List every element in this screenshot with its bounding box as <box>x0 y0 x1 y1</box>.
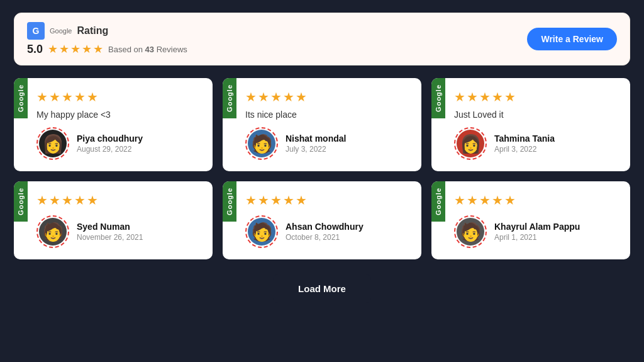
reviewer-date: April 1, 2021 <box>494 233 580 242</box>
star-icon: ★ <box>62 89 73 105</box>
reviewer-info: Piya choudhury August 29, 2022 <box>77 133 143 154</box>
star-2: ★ <box>59 42 69 56</box>
card-content: ★★★★★ 🧑 Ahsan Chowdhury October 8, 2021 <box>245 193 410 248</box>
card-content: ★★★★★ Its nice place 🧑 Nishat mondal Jul… <box>245 89 410 160</box>
rating-left: G Google Rating 5.0 ★ ★ ★ ★ ★ Based on 4… <box>27 22 187 56</box>
reviewer-date: April 3, 2022 <box>494 145 555 154</box>
reviewer-row: 🧑 Syed Numan November 26, 2021 <box>36 215 201 248</box>
star-icon: ★ <box>479 89 491 105</box>
google-g-letter: G <box>33 26 40 36</box>
star-icon: ★ <box>49 193 60 208</box>
star-icon: ★ <box>36 89 48 105</box>
star-icon: ★ <box>454 193 465 208</box>
reviewer-row: 🧑 Khayrul Alam Pappu April 1, 2021 <box>454 215 619 248</box>
star-icon: ★ <box>454 89 465 105</box>
star-icon: ★ <box>258 193 269 208</box>
header-stars: ★ ★ ★ ★ ★ <box>48 42 103 56</box>
rating-header: G Google Rating 5.0 ★ ★ ★ ★ ★ Based on 4… <box>14 13 630 65</box>
reviewer-info: Tahmina Tania April 3, 2022 <box>494 133 555 154</box>
reviewer-info: Nishat mondal July 3, 2022 <box>286 133 346 154</box>
avatar: 🧑 <box>457 218 484 246</box>
star-icon: ★ <box>296 193 307 208</box>
card-stars: ★★★★★ <box>245 89 410 105</box>
load-more-button[interactable]: Load More <box>273 274 371 303</box>
google-icon: G <box>27 22 45 40</box>
reviews-grid: Google ★★★★★ My happy place <3 👩 Piya ch… <box>14 78 630 259</box>
google-tag: Google <box>223 78 236 118</box>
rating-title-row: G Google Rating <box>27 22 187 40</box>
rating-title-text: Rating <box>77 25 108 37</box>
avatar-wrapper: 🧑 <box>454 215 487 248</box>
review-card: Google ★★★★★ Its nice place 🧑 Nishat mon… <box>223 78 421 171</box>
based-on-text: Based on 43 Reviews <box>108 45 187 54</box>
star-icon: ★ <box>492 89 503 105</box>
reviewer-row: 👩 Piya choudhury August 29, 2022 <box>36 127 201 160</box>
google-tag: Google <box>431 181 445 222</box>
review-card: Google ★★★★★ 🧑 Khayrul Alam Pappu April … <box>431 181 630 259</box>
star-icon: ★ <box>245 89 257 105</box>
star-icon: ★ <box>74 193 86 208</box>
reviewer-name: Khayrul Alam Pappu <box>494 222 580 232</box>
reviewer-date: August 29, 2022 <box>77 145 143 154</box>
card-stars: ★★★★★ <box>245 193 410 208</box>
star-icon: ★ <box>245 193 257 208</box>
avatar: 🧑 <box>39 218 67 246</box>
review-card: Google ★★★★★ 🧑 Ahsan Chowdhury October 8… <box>223 181 421 259</box>
review-text: Its nice place <box>245 110 410 120</box>
star-1: ★ <box>48 42 58 56</box>
rating-score: 5.0 <box>27 43 43 56</box>
star-icon: ★ <box>296 89 307 105</box>
avatar-wrapper: 🧑 <box>245 215 278 248</box>
star-4: ★ <box>82 42 92 56</box>
star-icon: ★ <box>283 193 294 208</box>
review-text: My happy place <3 <box>36 110 201 120</box>
star-icon: ★ <box>87 193 98 208</box>
avatar-wrapper: 👩 <box>36 127 69 160</box>
reviewer-name: Tahmina Tania <box>494 133 555 144</box>
reviewer-name: Nishat mondal <box>286 133 346 144</box>
google-tag: Google <box>14 78 28 118</box>
avatar: 🧑 <box>248 130 275 157</box>
reviewer-date: July 3, 2022 <box>286 145 346 154</box>
reviewer-info: Ahsan Chowdhury October 8, 2021 <box>286 222 364 242</box>
avatar: 🧑 <box>248 218 275 246</box>
star-icon: ★ <box>36 193 48 208</box>
review-text: Just Loved it <box>454 110 619 120</box>
card-stars: ★★★★★ <box>454 193 619 208</box>
google-tag: Google <box>431 78 445 118</box>
star-icon: ★ <box>479 193 491 208</box>
star-icon: ★ <box>504 193 516 208</box>
reviewer-date: November 26, 2021 <box>77 233 143 242</box>
star-icon: ★ <box>467 193 478 208</box>
google-tag: Google <box>223 181 236 222</box>
reviewer-info: Syed Numan November 26, 2021 <box>77 222 143 242</box>
avatar-wrapper: 🧑 <box>36 215 69 248</box>
star-icon: ★ <box>492 193 503 208</box>
reviewer-row: 🧑 Ahsan Chowdhury October 8, 2021 <box>245 215 410 248</box>
reviewer-date: October 8, 2021 <box>286 233 364 242</box>
avatar: 👩 <box>457 130 484 157</box>
review-card: Google ★★★★★ Just Loved it 👩 Tahmina Tan… <box>431 78 630 171</box>
reviewer-name: Piya choudhury <box>77 133 143 144</box>
write-review-button[interactable]: Write a Review <box>527 28 617 50</box>
card-content: ★★★★★ Just Loved it 👩 Tahmina Tania Apri… <box>454 89 619 160</box>
review-card: Google ★★★★★ My happy place <3 👩 Piya ch… <box>14 78 213 171</box>
reviewer-name: Ahsan Chowdhury <box>286 222 364 232</box>
avatar: 👩 <box>39 130 67 157</box>
star-icon: ★ <box>504 89 516 105</box>
avatar-wrapper: 🧑 <box>245 127 278 160</box>
star-3: ★ <box>70 42 80 56</box>
card-stars: ★★★★★ <box>454 89 619 105</box>
review-card: Google ★★★★★ 🧑 Syed Numan November 26, 2… <box>14 181 213 259</box>
reviewer-info: Khayrul Alam Pappu April 1, 2021 <box>494 222 580 242</box>
card-stars: ★★★★★ <box>36 89 201 105</box>
google-tag: Google <box>14 181 28 222</box>
reviewer-row: 🧑 Nishat mondal July 3, 2022 <box>245 127 410 160</box>
star-icon: ★ <box>62 193 73 208</box>
star-icon: ★ <box>283 89 294 105</box>
card-content: ★★★★★ 🧑 Syed Numan November 26, 2021 <box>36 193 201 248</box>
card-content: ★★★★★ 🧑 Khayrul Alam Pappu April 1, 2021 <box>454 193 619 248</box>
rating-score-row: 5.0 ★ ★ ★ ★ ★ Based on 43 Reviews <box>27 42 187 56</box>
star-icon: ★ <box>258 89 269 105</box>
star-icon: ★ <box>467 89 478 105</box>
